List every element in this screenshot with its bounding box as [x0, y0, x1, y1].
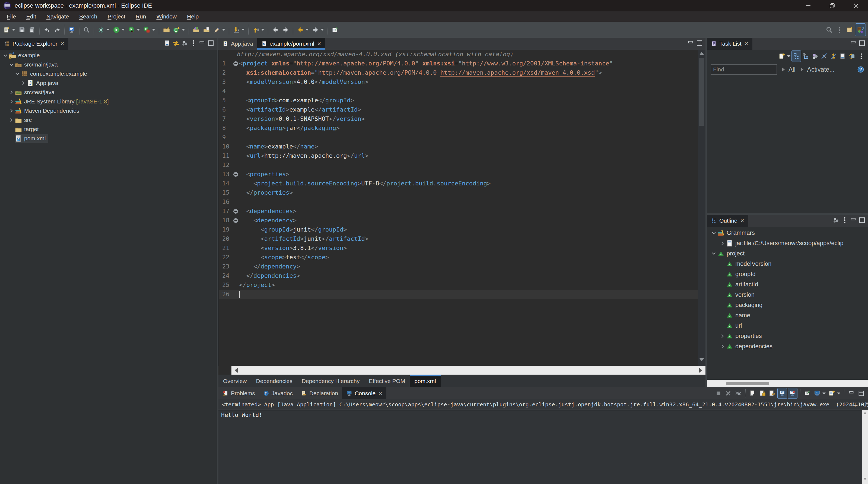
code-line-7[interactable]: 7 <version>0.0.1-SNAPSHOT</version>	[219, 114, 706, 123]
minimize-button[interactable]	[687, 39, 694, 48]
editor-tab-example-pom-xml[interactable]: Mexample/pom.xml×	[257, 38, 325, 50]
activate-link[interactable]: Activate...	[807, 66, 835, 73]
pom-page-tab-pom-xml[interactable]: pom.xml	[410, 374, 440, 387]
maximize-button[interactable]	[858, 216, 866, 225]
pom-page-tab-dependencies[interactable]: Dependencies	[251, 374, 297, 387]
minimize-window-button[interactable]	[796, 0, 820, 11]
stop-dim-button[interactable]	[714, 388, 723, 398]
dropdown-arrow-icon[interactable]	[137, 29, 140, 31]
chevron-right-icon[interactable]	[719, 333, 726, 339]
scroll-up-arrow-icon[interactable]	[863, 412, 867, 414]
tree-item-com-example-example[interactable]: com.example.example	[0, 69, 217, 79]
maximize-button[interactable]	[858, 39, 866, 48]
code-line-6[interactable]: 6 <artifactId>example</artifactId>	[219, 105, 706, 114]
code-line-19[interactable]: 19 <groupId>junit</groupId>	[219, 225, 706, 234]
chevron-right-icon[interactable]	[719, 240, 726, 246]
undo-curved-button[interactable]	[42, 24, 52, 36]
code-line-15[interactable]: 15 </properties>	[219, 188, 706, 198]
console-area-tab-console[interactable]: Console×	[342, 387, 386, 399]
dropdown-arrow-icon[interactable]	[182, 29, 185, 31]
tree-item-jar-file-c-users-meowr-scoop-apps-eclip[interactable]: jar:file:/C:/Users/meowr/scoop/apps/ecli…	[707, 238, 868, 248]
search-dim-button[interactable]	[82, 24, 92, 36]
tree-item-version[interactable]: version	[707, 290, 868, 300]
tree-item-url[interactable]: url	[707, 321, 868, 331]
tree-item-packaging[interactable]: packaging	[707, 300, 868, 310]
maximize-button[interactable]	[696, 39, 703, 48]
open-task-button[interactable]	[67, 24, 77, 36]
code-line-12[interactable]: 12	[219, 160, 706, 170]
close-icon[interactable]: ×	[741, 217, 744, 224]
fold-marker-icon[interactable]	[232, 59, 239, 68]
dropdown-arrow-icon[interactable]	[837, 393, 840, 394]
chevron-down-icon[interactable]	[14, 70, 21, 77]
close-icon[interactable]: ×	[378, 390, 382, 397]
chevron-right-icon[interactable]	[8, 117, 14, 123]
tree-item-src-main-java[interactable]: src/main/java	[0, 60, 217, 69]
chevron-right-icon[interactable]	[8, 108, 14, 114]
scroll-up-arrow-icon[interactable]	[700, 52, 704, 55]
help-icon[interactable]: ?	[857, 66, 864, 73]
dropdown-arrow-icon[interactable]	[823, 393, 826, 394]
fold-marker-icon[interactable]	[232, 170, 239, 179]
code-line-21[interactable]: 21 <version>3.8.1</version>	[219, 243, 706, 253]
x-dim-button[interactable]	[724, 388, 733, 398]
close-window-button[interactable]	[844, 0, 868, 11]
code-line-17[interactable]: 17 <dependencies>	[219, 207, 706, 216]
last-edit-location-button[interactable]	[231, 24, 246, 36]
link-editor-button[interactable]	[172, 39, 180, 48]
code-line-25[interactable]: 25</project>	[219, 280, 706, 290]
code-line-23[interactable]: 23 </dependency>	[219, 262, 706, 271]
tree-item-app-java[interactable]: JApp.java	[0, 79, 217, 88]
redo-curved-button[interactable]	[52, 24, 62, 36]
code-line-3[interactable]: 3 <modelVersion>4.0.0</modelVersion>	[219, 78, 706, 87]
console-output[interactable]: Hello World!	[218, 410, 862, 484]
run-button[interactable]	[111, 24, 126, 36]
filter-all-link[interactable]: All	[788, 66, 796, 73]
minimize-button[interactable]	[847, 388, 856, 398]
tree-item-grammars[interactable]: Grammars	[707, 228, 868, 238]
tree-item-maven-dependencies[interactable]: Maven Dependencies	[0, 106, 217, 115]
scheduled-button[interactable]	[801, 51, 810, 62]
clear-console-button[interactable]	[748, 388, 757, 398]
scroll-left-arrow-icon[interactable]	[235, 368, 238, 373]
close-icon[interactable]: ×	[61, 40, 64, 48]
save-all-button[interactable]	[27, 24, 37, 36]
console-area-tab-problems[interactable]: Problems	[218, 387, 259, 399]
code-line-2[interactable]: 2 xsi:schemaLocation="http://maven.apach…	[219, 68, 706, 78]
console-vertical-scrollbar[interactable]	[862, 410, 868, 484]
run-external-button[interactable]	[142, 24, 157, 36]
code-line-10[interactable]: 10 <name>example</name>	[219, 142, 706, 151]
chevron-right-icon[interactable]	[719, 343, 726, 350]
console-area-tab-javadoc[interactable]: @Javadoc	[259, 387, 297, 399]
sync-db-button[interactable]	[847, 51, 857, 62]
code-line-1[interactable]: 1<project xmlns="http://maven.apache.org…	[219, 59, 706, 68]
dropdown-arrow-icon[interactable]	[242, 29, 245, 31]
code-line-24[interactable]: 24 </dependencies>	[219, 271, 706, 280]
word-wrap-button[interactable]	[768, 388, 777, 398]
package-explorer-tab[interactable]: Package Explorer ×	[0, 38, 68, 50]
scroll-right-arrow-icon[interactable]	[699, 368, 702, 373]
coverage-button[interactable]	[126, 24, 142, 36]
chevron-down-icon[interactable]	[711, 230, 717, 236]
tree-item-dependencies[interactable]: dependencies	[707, 341, 868, 352]
minimize-button[interactable]	[849, 39, 857, 48]
people-button[interactable]	[810, 51, 820, 62]
back-gold-button[interactable]	[295, 24, 310, 36]
new-task-button[interactable]	[777, 51, 792, 62]
menu-search[interactable]: Search	[74, 11, 102, 22]
show-stdout-button[interactable]	[777, 388, 787, 399]
code-line-14[interactable]: 14 <project.build.sourceEncoding>UTF-8</…	[219, 179, 706, 188]
new-java-project-button[interactable]	[161, 24, 172, 36]
menu-run[interactable]: Run	[130, 11, 151, 22]
code-line-4[interactable]: 4	[219, 87, 706, 96]
minimize-button[interactable]	[849, 216, 857, 225]
task-list-tab[interactable]: Task List ×	[707, 38, 752, 50]
view-menu-button[interactable]	[857, 51, 866, 62]
forward-dim-button[interactable]	[310, 24, 326, 36]
chevron-right-icon[interactable]	[8, 98, 14, 105]
pom-page-tab-overview[interactable]: Overview	[218, 374, 251, 387]
display-console-button[interactable]	[813, 388, 827, 398]
editor-body[interactable]: http://maven.apache.org/xsd/maven-4.0.0.…	[218, 50, 706, 366]
new-wizard-button[interactable]	[2, 24, 17, 36]
menu-window[interactable]: Window	[151, 11, 182, 22]
